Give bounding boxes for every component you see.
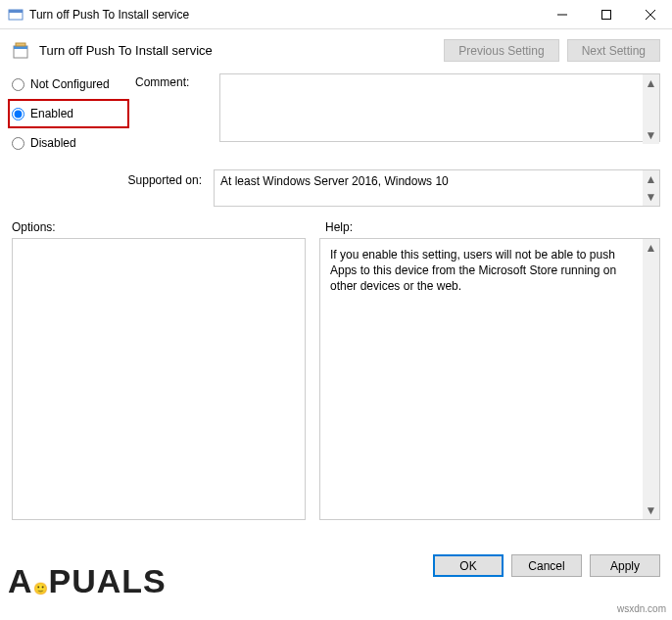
radio-not-configured-label: Not Configured (30, 77, 110, 91)
scroll-up-icon[interactable]: ▲ (646, 239, 657, 257)
maximize-button[interactable] (584, 0, 628, 28)
radio-disabled[interactable]: Disabled (12, 132, 129, 154)
window-icon (8, 7, 24, 23)
apply-button[interactable]: Apply (590, 554, 660, 577)
scroll-up-icon[interactable]: ▲ (646, 170, 657, 188)
comment-label: Comment: (135, 73, 214, 89)
options-panel (12, 238, 306, 520)
policy-icon (12, 41, 31, 61)
setting-header: Turn off Push To Install service Previou… (0, 29, 672, 68)
next-setting-button[interactable]: Next Setting (567, 39, 660, 62)
title-bar: Turn off Push To Install service (0, 0, 672, 29)
scroll-down-icon[interactable]: ▼ (646, 501, 657, 519)
minimize-button[interactable] (540, 0, 584, 28)
scroll-down-icon[interactable]: ▼ (646, 126, 657, 144)
watermark-logo: A🙂PUALS (0, 562, 167, 600)
previous-setting-button[interactable]: Previous Setting (444, 39, 558, 62)
dialog-button-row: OK Cancel Apply (433, 554, 660, 577)
state-radio-group: Not Configured Enabled Disabled (12, 73, 129, 162)
scroll-down-icon[interactable]: ▼ (646, 188, 657, 206)
highlight-box: Enabled (8, 99, 129, 128)
scroll-up-icon[interactable]: ▲ (646, 74, 657, 92)
scrollbar[interactable]: ▲▼ (643, 170, 659, 206)
window-title: Turn off Push To Install service (29, 8, 540, 22)
ok-button[interactable]: OK (433, 554, 504, 577)
watermark-text: wsxdn.com (617, 603, 666, 614)
radio-not-configured[interactable]: Not Configured (12, 73, 129, 95)
supported-on-field: At least Windows Server 2016, Windows 10 (214, 169, 660, 207)
svg-rect-1 (9, 10, 23, 13)
cancel-button[interactable]: Cancel (511, 554, 582, 577)
svg-rect-3 (601, 10, 610, 19)
comment-textarea[interactable] (219, 73, 660, 142)
help-label: Help: (325, 220, 660, 234)
radio-enabled-input[interactable] (12, 108, 24, 120)
svg-rect-8 (16, 43, 25, 46)
scrollbar[interactable]: ▲▼ (643, 239, 659, 519)
supported-on-label: Supported on: (12, 169, 208, 187)
options-label: Options: (12, 220, 325, 234)
scrollbar[interactable]: ▲▼ (643, 74, 659, 144)
radio-disabled-input[interactable] (12, 137, 24, 150)
radio-not-configured-input[interactable] (12, 78, 24, 91)
setting-title: Turn off Push To Install service (39, 43, 436, 58)
radio-enabled[interactable]: Enabled (12, 103, 114, 124)
help-panel: If you enable this setting, users will n… (319, 238, 660, 520)
radio-disabled-label: Disabled (30, 136, 76, 150)
radio-enabled-label: Enabled (30, 107, 73, 120)
close-button[interactable] (628, 0, 672, 28)
